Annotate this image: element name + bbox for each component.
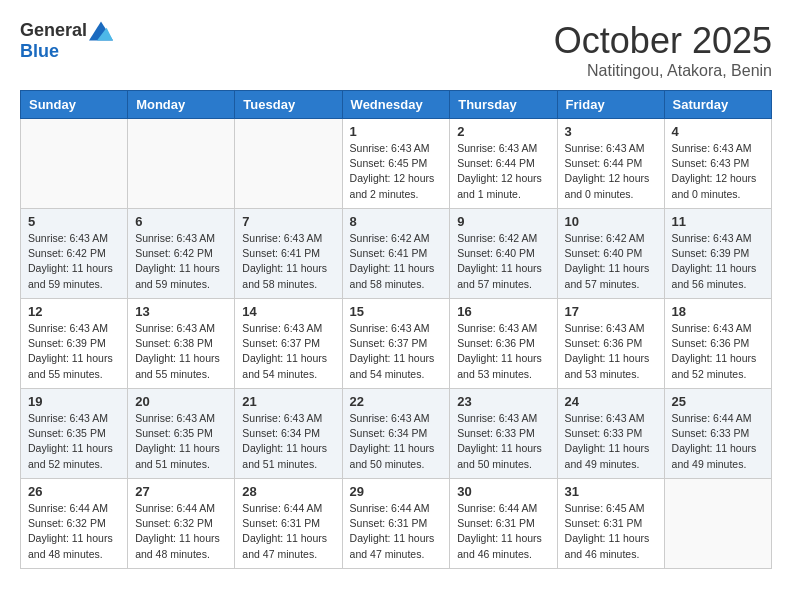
weekday-header: Friday bbox=[557, 91, 664, 119]
calendar-cell: 11Sunrise: 6:43 AM Sunset: 6:39 PM Dayli… bbox=[664, 209, 771, 299]
day-number: 29 bbox=[350, 484, 443, 499]
month-title: October 2025 bbox=[554, 20, 772, 62]
calendar-cell bbox=[21, 119, 128, 209]
day-info: Sunrise: 6:44 AM Sunset: 6:31 PM Dayligh… bbox=[242, 501, 334, 562]
calendar-cell: 12Sunrise: 6:43 AM Sunset: 6:39 PM Dayli… bbox=[21, 299, 128, 389]
calendar-cell: 28Sunrise: 6:44 AM Sunset: 6:31 PM Dayli… bbox=[235, 479, 342, 569]
day-number: 6 bbox=[135, 214, 227, 229]
day-info: Sunrise: 6:42 AM Sunset: 6:40 PM Dayligh… bbox=[457, 231, 549, 292]
day-info: Sunrise: 6:43 AM Sunset: 6:41 PM Dayligh… bbox=[242, 231, 334, 292]
day-info: Sunrise: 6:44 AM Sunset: 6:32 PM Dayligh… bbox=[135, 501, 227, 562]
calendar-cell bbox=[235, 119, 342, 209]
day-number: 30 bbox=[457, 484, 549, 499]
weekday-header: Wednesday bbox=[342, 91, 450, 119]
day-number: 22 bbox=[350, 394, 443, 409]
calendar-cell: 8Sunrise: 6:42 AM Sunset: 6:41 PM Daylig… bbox=[342, 209, 450, 299]
day-number: 4 bbox=[672, 124, 764, 139]
weekday-header: Sunday bbox=[21, 91, 128, 119]
calendar-cell: 22Sunrise: 6:43 AM Sunset: 6:34 PM Dayli… bbox=[342, 389, 450, 479]
calendar-week-row: 1Sunrise: 6:43 AM Sunset: 6:45 PM Daylig… bbox=[21, 119, 772, 209]
day-info: Sunrise: 6:43 AM Sunset: 6:36 PM Dayligh… bbox=[457, 321, 549, 382]
day-info: Sunrise: 6:43 AM Sunset: 6:39 PM Dayligh… bbox=[672, 231, 764, 292]
weekday-header: Tuesday bbox=[235, 91, 342, 119]
day-info: Sunrise: 6:45 AM Sunset: 6:31 PM Dayligh… bbox=[565, 501, 657, 562]
day-info: Sunrise: 6:43 AM Sunset: 6:34 PM Dayligh… bbox=[350, 411, 443, 472]
day-info: Sunrise: 6:44 AM Sunset: 6:31 PM Dayligh… bbox=[457, 501, 549, 562]
calendar-cell: 31Sunrise: 6:45 AM Sunset: 6:31 PM Dayli… bbox=[557, 479, 664, 569]
day-info: Sunrise: 6:44 AM Sunset: 6:31 PM Dayligh… bbox=[350, 501, 443, 562]
day-number: 20 bbox=[135, 394, 227, 409]
day-number: 13 bbox=[135, 304, 227, 319]
calendar-cell: 9Sunrise: 6:42 AM Sunset: 6:40 PM Daylig… bbox=[450, 209, 557, 299]
calendar-cell bbox=[664, 479, 771, 569]
day-number: 15 bbox=[350, 304, 443, 319]
calendar-week-row: 12Sunrise: 6:43 AM Sunset: 6:39 PM Dayli… bbox=[21, 299, 772, 389]
day-info: Sunrise: 6:43 AM Sunset: 6:36 PM Dayligh… bbox=[565, 321, 657, 382]
day-info: Sunrise: 6:43 AM Sunset: 6:43 PM Dayligh… bbox=[672, 141, 764, 202]
day-info: Sunrise: 6:43 AM Sunset: 6:36 PM Dayligh… bbox=[672, 321, 764, 382]
day-number: 28 bbox=[242, 484, 334, 499]
day-info: Sunrise: 6:42 AM Sunset: 6:41 PM Dayligh… bbox=[350, 231, 443, 292]
page-header: General Blue October 2025 Natitingou, At… bbox=[20, 20, 772, 80]
calendar-cell: 6Sunrise: 6:43 AM Sunset: 6:42 PM Daylig… bbox=[128, 209, 235, 299]
title-area: October 2025 Natitingou, Atakora, Benin bbox=[554, 20, 772, 80]
calendar-cell: 15Sunrise: 6:43 AM Sunset: 6:37 PM Dayli… bbox=[342, 299, 450, 389]
calendar-cell: 3Sunrise: 6:43 AM Sunset: 6:44 PM Daylig… bbox=[557, 119, 664, 209]
day-number: 21 bbox=[242, 394, 334, 409]
weekday-header-row: SundayMondayTuesdayWednesdayThursdayFrid… bbox=[21, 91, 772, 119]
day-number: 5 bbox=[28, 214, 120, 229]
day-number: 14 bbox=[242, 304, 334, 319]
calendar-cell: 2Sunrise: 6:43 AM Sunset: 6:44 PM Daylig… bbox=[450, 119, 557, 209]
day-number: 11 bbox=[672, 214, 764, 229]
day-info: Sunrise: 6:43 AM Sunset: 6:35 PM Dayligh… bbox=[135, 411, 227, 472]
day-info: Sunrise: 6:43 AM Sunset: 6:33 PM Dayligh… bbox=[457, 411, 549, 472]
calendar-cell: 13Sunrise: 6:43 AM Sunset: 6:38 PM Dayli… bbox=[128, 299, 235, 389]
weekday-header: Saturday bbox=[664, 91, 771, 119]
calendar-cell: 20Sunrise: 6:43 AM Sunset: 6:35 PM Dayli… bbox=[128, 389, 235, 479]
calendar-cell bbox=[128, 119, 235, 209]
location-text: Natitingou, Atakora, Benin bbox=[554, 62, 772, 80]
day-number: 2 bbox=[457, 124, 549, 139]
logo-general-text: General bbox=[20, 20, 87, 41]
calendar-cell: 7Sunrise: 6:43 AM Sunset: 6:41 PM Daylig… bbox=[235, 209, 342, 299]
calendar-cell: 30Sunrise: 6:44 AM Sunset: 6:31 PM Dayli… bbox=[450, 479, 557, 569]
calendar-cell: 5Sunrise: 6:43 AM Sunset: 6:42 PM Daylig… bbox=[21, 209, 128, 299]
day-number: 25 bbox=[672, 394, 764, 409]
day-info: Sunrise: 6:43 AM Sunset: 6:33 PM Dayligh… bbox=[565, 411, 657, 472]
day-info: Sunrise: 6:43 AM Sunset: 6:44 PM Dayligh… bbox=[457, 141, 549, 202]
calendar-cell: 26Sunrise: 6:44 AM Sunset: 6:32 PM Dayli… bbox=[21, 479, 128, 569]
day-info: Sunrise: 6:43 AM Sunset: 6:45 PM Dayligh… bbox=[350, 141, 443, 202]
day-info: Sunrise: 6:43 AM Sunset: 6:44 PM Dayligh… bbox=[565, 141, 657, 202]
day-number: 24 bbox=[565, 394, 657, 409]
calendar-cell: 4Sunrise: 6:43 AM Sunset: 6:43 PM Daylig… bbox=[664, 119, 771, 209]
calendar-cell: 17Sunrise: 6:43 AM Sunset: 6:36 PM Dayli… bbox=[557, 299, 664, 389]
day-number: 19 bbox=[28, 394, 120, 409]
calendar-week-row: 26Sunrise: 6:44 AM Sunset: 6:32 PM Dayli… bbox=[21, 479, 772, 569]
logo-icon bbox=[89, 21, 113, 41]
day-number: 7 bbox=[242, 214, 334, 229]
calendar-cell: 10Sunrise: 6:42 AM Sunset: 6:40 PM Dayli… bbox=[557, 209, 664, 299]
day-info: Sunrise: 6:42 AM Sunset: 6:40 PM Dayligh… bbox=[565, 231, 657, 292]
day-info: Sunrise: 6:44 AM Sunset: 6:32 PM Dayligh… bbox=[28, 501, 120, 562]
calendar-cell: 1Sunrise: 6:43 AM Sunset: 6:45 PM Daylig… bbox=[342, 119, 450, 209]
day-number: 8 bbox=[350, 214, 443, 229]
calendar-table: SundayMondayTuesdayWednesdayThursdayFrid… bbox=[20, 90, 772, 569]
logo-blue-text: Blue bbox=[20, 41, 59, 62]
day-info: Sunrise: 6:43 AM Sunset: 6:34 PM Dayligh… bbox=[242, 411, 334, 472]
day-info: Sunrise: 6:44 AM Sunset: 6:33 PM Dayligh… bbox=[672, 411, 764, 472]
day-number: 27 bbox=[135, 484, 227, 499]
day-number: 12 bbox=[28, 304, 120, 319]
calendar-cell: 21Sunrise: 6:43 AM Sunset: 6:34 PM Dayli… bbox=[235, 389, 342, 479]
calendar-cell: 16Sunrise: 6:43 AM Sunset: 6:36 PM Dayli… bbox=[450, 299, 557, 389]
weekday-header: Monday bbox=[128, 91, 235, 119]
calendar-cell: 29Sunrise: 6:44 AM Sunset: 6:31 PM Dayli… bbox=[342, 479, 450, 569]
day-info: Sunrise: 6:43 AM Sunset: 6:37 PM Dayligh… bbox=[350, 321, 443, 382]
day-number: 23 bbox=[457, 394, 549, 409]
day-number: 18 bbox=[672, 304, 764, 319]
calendar-cell: 19Sunrise: 6:43 AM Sunset: 6:35 PM Dayli… bbox=[21, 389, 128, 479]
calendar-cell: 14Sunrise: 6:43 AM Sunset: 6:37 PM Dayli… bbox=[235, 299, 342, 389]
calendar-week-row: 19Sunrise: 6:43 AM Sunset: 6:35 PM Dayli… bbox=[21, 389, 772, 479]
day-info: Sunrise: 6:43 AM Sunset: 6:39 PM Dayligh… bbox=[28, 321, 120, 382]
day-number: 1 bbox=[350, 124, 443, 139]
day-number: 9 bbox=[457, 214, 549, 229]
